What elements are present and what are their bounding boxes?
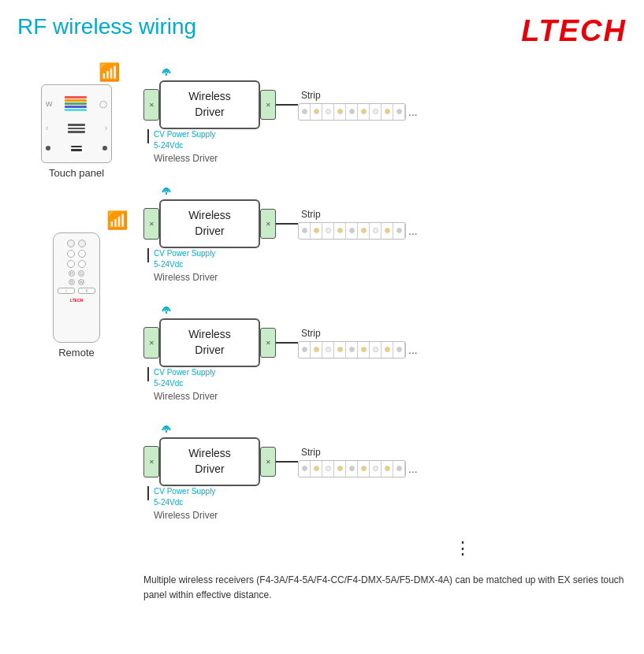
strip-dot xyxy=(337,347,343,352)
strip-dot xyxy=(361,228,367,233)
strip-cell xyxy=(311,461,322,477)
strip-dot xyxy=(314,466,319,471)
strip-dot xyxy=(302,347,307,352)
strip-dot xyxy=(349,109,355,114)
strip-cell xyxy=(382,461,393,477)
driver-box-0: WirelessDriver xyxy=(159,80,260,129)
strip-dot xyxy=(373,347,378,352)
remote-logo: LTECH xyxy=(70,298,83,303)
strip-cell xyxy=(346,223,358,239)
strip-dot xyxy=(314,347,319,352)
strip-cell xyxy=(358,342,370,358)
strip-dot xyxy=(349,347,355,352)
page-title: RF wireless wiring xyxy=(17,14,196,39)
strip-cell xyxy=(346,342,358,358)
antenna-icon-0 xyxy=(158,62,175,79)
page-header: RF wireless wiring LTECH xyxy=(17,14,627,48)
strip-dot xyxy=(302,228,307,233)
strip-dot xyxy=(396,347,402,352)
strip-cell xyxy=(358,104,370,120)
strip-dot xyxy=(373,109,378,114)
power-connector-2: ✕ xyxy=(143,327,159,359)
strip-cell xyxy=(299,104,311,120)
main-content: 📶 W ◯ ‹ xyxy=(17,62,627,603)
strip-body-3 xyxy=(298,460,406,477)
footer-text: Multiple wireless receivers (F4-3A/F4-5A… xyxy=(143,573,627,603)
right-connector-0: ✕ xyxy=(260,90,276,120)
wiring-row-3: ✕ WirelessDriver ✕ Strip xyxy=(143,419,627,521)
strip-label-3: Strip xyxy=(301,447,321,458)
strip-label-0: Strip xyxy=(301,90,321,101)
strip-dot xyxy=(349,466,355,471)
strip-cell xyxy=(322,104,334,120)
strip-cell xyxy=(382,223,393,239)
vert-wire-1 xyxy=(147,248,149,262)
tp-lines xyxy=(68,124,85,133)
power-section-3: CV Power Supply5-24Vdc Wireless Driver xyxy=(147,486,218,521)
ellipsis: ⋮ xyxy=(301,538,627,559)
strip-dot xyxy=(337,109,343,114)
strip-cell xyxy=(370,461,382,477)
strip-cell xyxy=(334,223,346,239)
strip-cell xyxy=(299,461,311,477)
strip-body-2 xyxy=(298,341,406,359)
wireless-label-1: Wireless Driver xyxy=(154,272,218,283)
driver-main-row-3: ✕ WirelessDriver ✕ Strip xyxy=(143,419,627,521)
strip-more-2: ... xyxy=(408,344,418,356)
strip-dot xyxy=(385,466,390,471)
power-connector-3: ✕ xyxy=(143,446,159,477)
strip-visual-1: ... xyxy=(298,222,418,240)
wire-right-0 xyxy=(276,104,298,106)
strip-cell xyxy=(322,223,334,239)
right-connector-3: ✕ xyxy=(260,447,276,477)
strip-more-3: ... xyxy=(408,463,418,475)
strip-cell xyxy=(358,223,370,239)
tp-lines-2 xyxy=(71,146,82,151)
strip-body-0 xyxy=(298,103,406,121)
strip-cell xyxy=(334,104,346,120)
strip-dot xyxy=(326,347,331,352)
wireless-label-3: Wireless Driver xyxy=(154,510,218,521)
tp-left-arrow: ‹ xyxy=(46,124,48,132)
strip-area-0: Strip ... xyxy=(298,90,418,121)
power-section-2: CV Power Supply5-24Vdc Wireless Driver xyxy=(147,367,218,402)
driver-box-2: WirelessDriver xyxy=(159,318,260,367)
strip-cell xyxy=(311,104,322,120)
strip-area-3: Strip ... xyxy=(298,447,418,477)
power-labels-2: CV Power Supply5-24Vdc Wireless Driver xyxy=(154,367,218,402)
strip-visual-0: ... xyxy=(298,103,418,121)
strip-dot xyxy=(385,347,390,352)
power-labels-0: CV Power Supply5-24Vdc Wireless Driver xyxy=(154,129,218,164)
strip-cell xyxy=(311,342,322,358)
right-panel: ✕ WirelessDriver ✕ Strip xyxy=(143,62,627,603)
strip-dot xyxy=(302,466,307,471)
driver-row-inner-0: ✕ WirelessDriver ✕ Strip xyxy=(143,80,418,129)
strip-cell xyxy=(334,461,346,477)
antenna-icon-3 xyxy=(158,419,175,436)
tp-color-bars xyxy=(65,96,87,111)
power-labels-1: CV Power Supply5-24Vdc Wireless Driver xyxy=(154,248,218,283)
strip-cell xyxy=(370,104,382,120)
driver-row-inner-2: ✕ WirelessDriver ✕ Strip xyxy=(143,318,418,367)
wire-right-1 xyxy=(276,223,298,225)
strip-dot xyxy=(314,228,319,233)
driver-row-inner-1: ✕ WirelessDriver ✕ Strip xyxy=(143,199,418,248)
strip-dot xyxy=(385,109,390,114)
driver-box-1: WirelessDriver xyxy=(159,199,260,248)
touch-panel-label: Touch panel xyxy=(49,167,104,179)
strip-cell xyxy=(299,223,311,239)
power-section-1: CV Power Supply5-24Vdc Wireless Driver xyxy=(147,248,218,283)
wiring-row-1: ✕ WirelessDriver ✕ Strip xyxy=(143,181,627,283)
strip-dot xyxy=(373,466,378,471)
strip-label-2: Strip xyxy=(301,328,321,339)
strip-cell xyxy=(393,223,405,239)
strip-cell xyxy=(322,342,334,358)
strip-dot xyxy=(361,109,367,114)
power-label-0: CV Power Supply5-24Vdc xyxy=(154,129,218,151)
strip-dot xyxy=(385,228,390,233)
remote-image: R G B W I II LTECH xyxy=(53,232,100,343)
strip-dot xyxy=(396,109,402,114)
strip-dot xyxy=(326,466,331,471)
right-connector-2: ✕ xyxy=(260,328,276,358)
strip-dot xyxy=(349,228,355,233)
